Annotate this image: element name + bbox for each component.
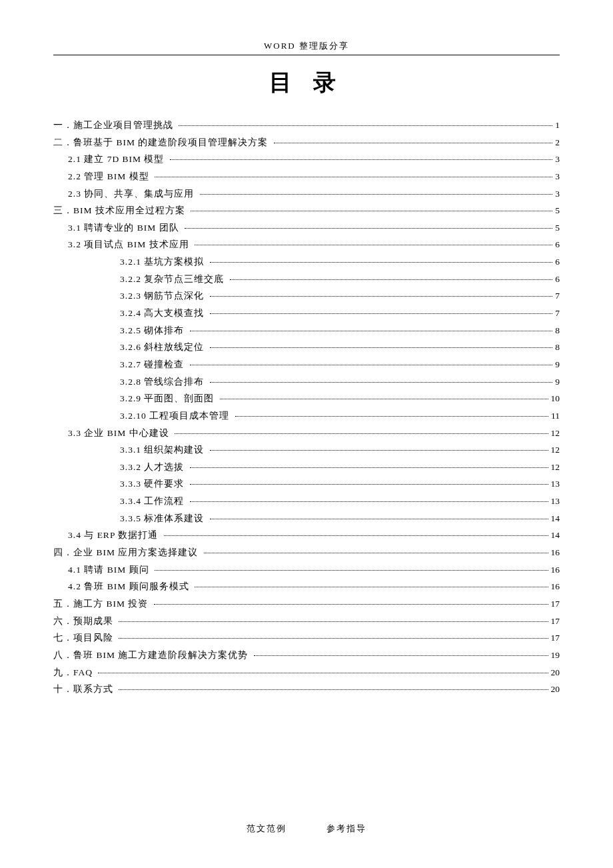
toc-entry[interactable]: 一．施工企业项目管理挑战 1 [53,117,560,134]
toc-entry-page: 7 [555,287,560,305]
toc-entry[interactable]: 3.2.2 复杂节点三维交底 6 [53,271,560,288]
toc-title: 目 录 [53,67,560,98]
toc-leader-dots [155,570,548,571]
toc-entry[interactable]: 八．鲁班 BIM 施工方建造阶段解决方案优势 19 [53,647,560,664]
toc-entry-page: 8 [555,322,560,339]
toc-leader-dots [274,143,553,143]
toc-entry[interactable]: 3.2.4 高大支模查找 7 [53,305,560,322]
toc-entry[interactable]: 3.2.10 工程项目成本管理 11 [53,407,560,425]
toc-entry-page: 6 [555,271,560,288]
toc-entry-page: 13 [551,475,560,493]
toc-entry-page: 12 [551,459,560,476]
toc-entry-label: 四．企业 BIM 应用方案选择建议 [53,544,201,561]
toc-leader-dots [254,655,548,656]
toc-entry[interactable]: 3.2 项目试点 BIM 技术应用 6 [53,236,560,253]
toc-entry-page: 2 [555,134,560,151]
toc-leader-dots [220,399,548,399]
toc-entry[interactable]: 3.2.3 钢筋节点深化 7 [53,287,560,305]
toc-entry-page: 12 [551,441,560,459]
toc-entry-label: 二．鲁班基于 BIM 的建造阶段项目管理解决方案 [53,134,271,151]
toc-entry-label: 4.2 鲁班 BIM 顾问服务模式 [68,578,192,595]
toc-entry[interactable]: 3.2.6 斜柱放线定位 8 [53,339,560,356]
toc-entry[interactable]: 3.2.9 平面图、剖面图 10 [53,390,560,407]
toc-entry-label: 2.1 建立 7D BIM 模型 [68,151,167,168]
toc-entry[interactable]: 3.3.1 组织架构建设 12 [53,441,560,459]
document-page: WORD 整理版分享 目 录 一．施工企业项目管理挑战 1二．鲁班基于 BIM … [0,0,613,725]
toc-entry-page: 8 [555,339,560,356]
toc-leader-dots [190,467,548,468]
toc-entry-label: 五．施工方 BIM 投资 [53,595,151,613]
toc-entry[interactable]: 3.3.2 人才选拔 12 [53,459,560,476]
toc-entry-page: 10 [551,390,560,407]
toc-entry-page: 3 [555,185,560,203]
toc-entry-page: 16 [551,561,560,579]
toc-leader-dots [210,450,548,451]
toc-entry[interactable]: 二．鲁班基于 BIM 的建造阶段项目管理解决方案 2 [53,134,560,151]
toc-leader-dots [210,296,553,297]
toc-entry-page: 9 [555,356,560,373]
toc-entry[interactable]: 四．企业 BIM 应用方案选择建议 16 [53,544,560,561]
toc-entry-page: 17 [551,613,560,630]
toc-entry-label: 2.3 协同、共享、集成与应用 [68,185,197,203]
toc-entry-page: 20 [551,681,560,698]
toc-entry[interactable]: 3.2.8 管线综合排布 9 [53,373,560,391]
toc-entry[interactable]: 3.2.5 砌体排布 8 [53,322,560,339]
toc-entry[interactable]: 2.2 管理 BIM 模型 3 [53,168,560,185]
page-footer: 范文范例 参考指导 [0,823,613,835]
toc-entry-label: 3.2.1 基坑方案模拟 [120,253,207,271]
toc-entry[interactable]: 2.3 协同、共享、集成与应用 3 [53,185,560,203]
toc-entry-page: 7 [555,305,560,322]
toc-entry-label: 2.2 管理 BIM 模型 [68,168,152,185]
toc-entry[interactable]: 2.1 建立 7D BIM 模型 3 [53,151,560,168]
toc-entry[interactable]: 三．BIM 技术应用全过程方案 5 [53,202,560,219]
toc-leader-dots [170,159,552,160]
toc-entry-label: 3.2.4 高大支模查找 [120,305,207,322]
toc-leader-dots [210,347,553,348]
toc-entry[interactable]: 4.2 鲁班 BIM 顾问服务模式 16 [53,578,560,595]
toc-entry[interactable]: 4.1 聘请 BIM 顾问 16 [53,561,560,579]
toc-leader-dots [154,604,548,605]
toc-entry[interactable]: 3.3.5 标准体系建设 14 [53,510,560,527]
toc-leader-dots [164,535,548,536]
toc-leader-dots [119,689,548,690]
toc-entry-label: 3.2 项目试点 BIM 技术应用 [68,236,192,253]
toc-entry-label: 3.4 与 ERP 数据打通 [68,527,161,544]
toc-entry-page: 16 [551,544,560,561]
toc-entry-label: 3.2.2 复杂节点三维交底 [120,271,227,288]
toc-entry-page: 14 [551,527,560,544]
toc-entry[interactable]: 五．施工方 BIM 投资 17 [53,595,560,613]
toc-entry-label: 六．预期成果 [53,613,116,630]
toc-entry[interactable]: 3.2.7 碰撞检查 9 [53,356,560,373]
toc-entry[interactable]: 七．项目风险 17 [53,629,560,647]
toc-entry-label: 3.3.1 组织架构建设 [120,441,207,459]
toc-entry-page: 3 [555,151,560,168]
footer-right: 参考指导 [326,823,366,833]
toc-entry-page: 1 [555,117,560,134]
toc-entry[interactable]: 3.2.1 基坑方案模拟 6 [53,253,560,271]
toc-leader-dots [155,177,552,177]
toc-entry-page: 5 [555,219,560,237]
toc-entry[interactable]: 3.3.3 硬件要求 13 [53,475,560,493]
toc-entry-page: 16 [551,578,560,595]
toc-leader-dots [195,587,548,587]
toc-entry[interactable]: 六．预期成果 17 [53,613,560,630]
toc-entry[interactable]: 3.1 聘请专业的 BIM 团队 5 [53,219,560,237]
toc-entry[interactable]: 3.3 企业 BIM 中心建设 12 [53,425,560,442]
toc-leader-dots [190,484,548,485]
toc-entry[interactable]: 3.4 与 ERP 数据打通 14 [53,527,560,544]
toc-entry-page: 13 [551,493,560,510]
toc-entry-label: 3.2.5 砌体排布 [120,322,187,339]
toc-entry-label: 九．FAQ [53,664,95,681]
toc-leader-dots [190,365,553,365]
toc-entry[interactable]: 3.3.4 工作流程 13 [53,493,560,510]
toc-entry[interactable]: 九．FAQ 20 [53,664,560,681]
toc-entry[interactable]: 十．联系方式 20 [53,681,560,698]
toc-entry-page: 11 [551,407,560,425]
toc-entry-label: 4.1 聘请 BIM 顾问 [68,561,152,579]
toc-entry-label: 3.3.2 人才选拔 [120,459,187,476]
toc-leader-dots [190,331,553,331]
toc-leader-dots [204,553,548,553]
toc-entry-label: 3.2.7 碰撞检查 [120,356,187,373]
toc-leader-dots [98,673,548,673]
footer-left: 范文范例 [247,823,287,833]
